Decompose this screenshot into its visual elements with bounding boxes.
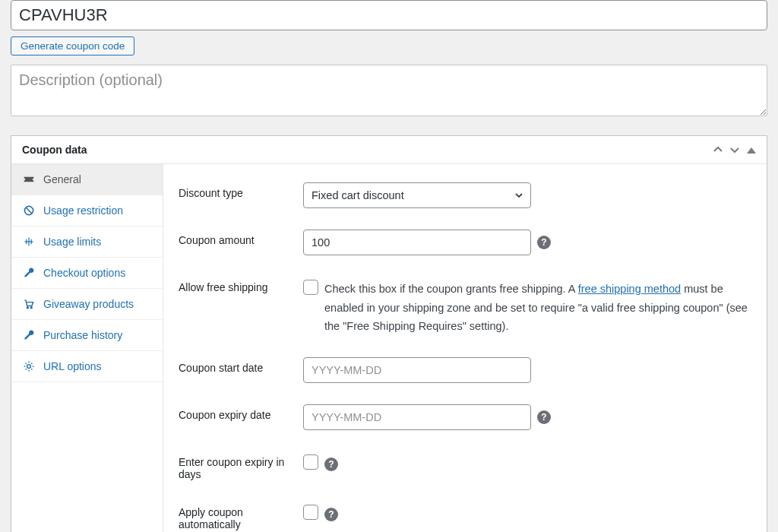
- panel-move-up-icon[interactable]: [713, 145, 723, 154]
- apply-auto-label: Apply coupon automatically: [179, 502, 303, 530]
- panel-toggle-icon[interactable]: [747, 144, 756, 156]
- expiry-days-checkbox[interactable]: [303, 454, 318, 470]
- panel-title: Coupon data: [22, 144, 87, 156]
- free-shipping-method-link[interactable]: free shipping method: [578, 283, 681, 295]
- start-date-input[interactable]: [303, 357, 531, 383]
- tab-content-general: Discount type Fixed cart discount: [163, 164, 767, 532]
- cart-icon: [22, 298, 36, 310]
- coupon-amount-label: Coupon amount: [179, 230, 303, 246]
- gear-icon: [22, 360, 36, 372]
- sidebar-item-giveaway-products[interactable]: Giveaway products: [11, 289, 163, 320]
- coupon-code-input[interactable]: [11, 0, 767, 30]
- sidebar-item-label: URL options: [43, 360, 102, 372]
- sidebar-item-label: Purchase history: [43, 329, 122, 341]
- apply-auto-checkbox[interactable]: [303, 505, 318, 520]
- discount-type-label: Discount type: [179, 182, 303, 199]
- sidebar-item-usage-limits[interactable]: Usage limits: [11, 226, 163, 258]
- description-textarea[interactable]: [11, 65, 767, 116]
- expiry-date-input[interactable]: [303, 404, 531, 430]
- sidebar-item-usage-restriction[interactable]: Usage restriction: [11, 195, 163, 226]
- ticket-icon: [22, 173, 36, 185]
- help-icon[interactable]: ?: [537, 410, 551, 424]
- help-icon[interactable]: ?: [324, 458, 338, 471]
- svg-point-8: [27, 365, 31, 369]
- panel-header: Coupon data: [11, 136, 767, 164]
- start-date-label: Coupon start date: [179, 357, 303, 374]
- free-shipping-label: Allow free shipping: [179, 277, 303, 293]
- coupon-data-panel: Coupon data General: [11, 135, 767, 532]
- sidebar-item-url-options[interactable]: URL options: [11, 351, 163, 382]
- svg-point-6: [27, 307, 28, 309]
- sidebar-item-label: General: [43, 173, 81, 185]
- ban-icon: [22, 204, 36, 217]
- wrench-icon: [22, 267, 36, 279]
- panel-move-down-icon[interactable]: [730, 145, 739, 154]
- help-icon[interactable]: ?: [537, 236, 551, 249]
- coupon-amount-input[interactable]: [303, 230, 531, 255]
- sidebar-item-label: Giveaway products: [43, 298, 134, 310]
- free-shipping-checkbox[interactable]: [303, 280, 318, 295]
- help-icon[interactable]: ?: [324, 508, 338, 521]
- sidebar-item-checkout-options[interactable]: Checkout options: [11, 258, 163, 289]
- expiry-date-label: Coupon expiry date: [179, 404, 303, 421]
- sidebar-item-general[interactable]: General: [11, 164, 163, 195]
- wrench-icon: [22, 329, 36, 341]
- svg-line-1: [26, 207, 32, 214]
- limits-icon: [22, 236, 36, 248]
- expiry-days-label: Enter coupon expiry in days: [179, 451, 303, 480]
- sidebar-item-label: Usage limits: [43, 236, 101, 248]
- free-shipping-description: Check this box if the coupon grants free…: [324, 280, 751, 336]
- sidebar-item-purchase-history[interactable]: Purchase history: [11, 320, 163, 351]
- coupon-tabs-sidebar: General Usage restriction Usage limits: [11, 164, 163, 532]
- discount-type-select[interactable]: Fixed cart discount: [303, 182, 531, 208]
- generate-coupon-button[interactable]: Generate coupon code: [11, 36, 134, 55]
- svg-point-7: [30, 307, 32, 309]
- sidebar-item-label: Usage restriction: [43, 204, 123, 217]
- sidebar-item-label: Checkout options: [43, 267, 125, 279]
